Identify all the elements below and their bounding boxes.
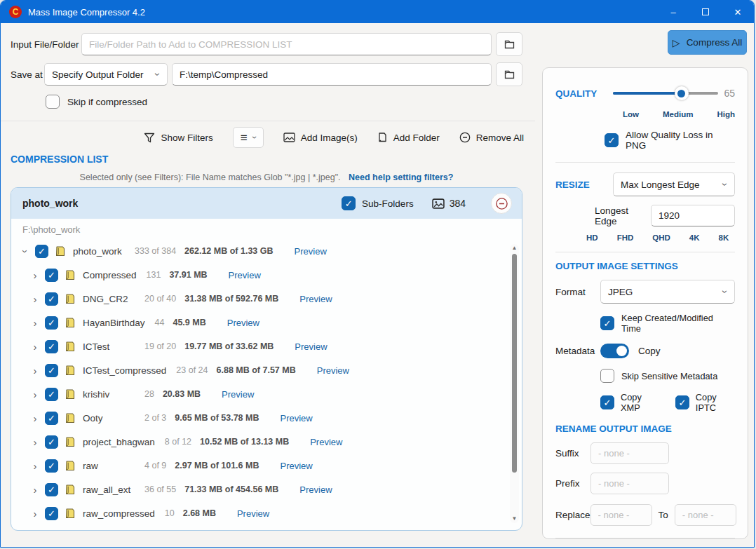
settings-panel: QUALITY 65 Low Medium High ✓ Allow Quali… xyxy=(542,67,748,539)
folder-name[interactable]: raw_compressed xyxy=(83,508,155,519)
longest-edge-field[interactable] xyxy=(651,205,735,226)
maximize-button[interactable] xyxy=(689,1,722,23)
app-window: C Mass Image Compressor 4.2 – ✕ Input Fi… xyxy=(0,0,755,548)
row-checkbox[interactable]: ✓ xyxy=(45,316,58,330)
chevron-icon[interactable]: › xyxy=(29,294,41,304)
preview-link[interactable]: Preview xyxy=(299,294,332,304)
row-checkbox[interactable]: ✓ xyxy=(45,435,58,449)
add-folder-button[interactable]: Add Folder xyxy=(377,132,440,143)
keep-time-checkbox[interactable]: ✓ xyxy=(600,316,614,330)
folder-name[interactable]: photo_work xyxy=(73,246,125,257)
preview-link[interactable]: Preview xyxy=(222,389,254,400)
chevron-icon[interactable]: › xyxy=(29,437,41,447)
compress-all-button[interactable]: ▷ Compress All xyxy=(668,30,747,55)
folder-name[interactable]: project_bhagwan xyxy=(83,437,155,447)
browse-output-button[interactable] xyxy=(496,62,522,86)
folder-name[interactable]: ICTest_compressed xyxy=(83,365,166,376)
output-folder-dropdown[interactable]: Specify Output Folder › xyxy=(44,63,168,86)
resize-preset-4k[interactable]: 4K xyxy=(689,233,700,242)
skip-sensitive-checkbox[interactable] xyxy=(600,369,614,383)
remove-all-button[interactable]: Remove All xyxy=(459,132,524,143)
folder-name[interactable]: HayanBirthday xyxy=(83,318,145,328)
row-checkbox[interactable]: ✓ xyxy=(45,507,58,520)
quality-preset-medium[interactable]: Medium xyxy=(663,110,693,118)
copy-xmp-checkbox[interactable]: ✓ xyxy=(600,395,614,409)
output-settings-heading: OUTPUT IMAGE SETTINGS xyxy=(555,261,735,271)
scroll-down-icon[interactable]: ▼ xyxy=(512,515,518,523)
chevron-icon[interactable]: › xyxy=(29,484,41,495)
copy-iptc-checkbox[interactable]: ✓ xyxy=(675,395,689,409)
quality-slider[interactable] xyxy=(613,86,718,100)
preview-link[interactable]: Preview xyxy=(310,437,342,447)
row-checkbox[interactable]: ✓ xyxy=(45,292,58,306)
quality-preset-high[interactable]: High xyxy=(717,110,735,118)
close-button[interactable]: ✕ xyxy=(722,1,754,23)
scrollbar-thumb[interactable] xyxy=(512,254,517,473)
row-checkbox[interactable]: ✓ xyxy=(45,364,58,377)
row-checkbox[interactable]: ✓ xyxy=(45,340,58,353)
folder-name[interactable]: ICTest xyxy=(83,341,135,352)
prefix-field[interactable] xyxy=(590,473,669,494)
remove-group-button[interactable] xyxy=(491,193,512,214)
preview-link[interactable]: Preview xyxy=(317,365,349,376)
minimize-button[interactable]: – xyxy=(657,1,689,23)
quality-preset-low[interactable]: Low xyxy=(623,110,639,118)
scroll-up-icon[interactable]: ▲ xyxy=(512,244,518,252)
preview-link[interactable]: Preview xyxy=(295,246,327,257)
preview-link[interactable]: Preview xyxy=(295,341,327,352)
chevron-icon[interactable]: › xyxy=(29,508,41,519)
resize-preset-fhd[interactable]: FHD xyxy=(617,233,634,242)
list-menu-button[interactable]: ≡ › xyxy=(233,127,264,148)
row-checkbox[interactable]: ✓ xyxy=(45,483,58,496)
metadata-toggle[interactable] xyxy=(600,344,629,358)
preview-link[interactable]: Preview xyxy=(229,270,261,280)
chevron-icon[interactable]: › xyxy=(29,365,41,376)
replace-to-field[interactable] xyxy=(675,504,736,526)
row-checkbox[interactable]: ✓ xyxy=(45,412,58,425)
folder-name[interactable]: DNG_CR2 xyxy=(83,294,135,304)
suffix-field[interactable] xyxy=(590,442,669,464)
row-checkbox[interactable]: ✓ xyxy=(45,388,58,401)
show-filters-button[interactable]: Show Filters xyxy=(144,133,212,143)
resize-preset-hd[interactable]: HD xyxy=(586,233,598,242)
row-checkbox[interactable]: ✓ xyxy=(45,269,58,282)
replace-from-field[interactable] xyxy=(590,504,652,526)
file-size: 37.91 MB xyxy=(169,270,207,280)
folder-name[interactable]: krishiv xyxy=(83,389,135,400)
output-path-field[interactable] xyxy=(172,63,492,86)
chevron-icon[interactable]: › xyxy=(29,413,41,423)
filter-help-link[interactable]: Need help setting filters? xyxy=(349,172,453,182)
png-quality-loss-checkbox[interactable]: ✓ xyxy=(605,133,619,147)
preview-link[interactable]: Preview xyxy=(237,508,269,519)
folder-name[interactable]: raw_all_ext xyxy=(83,484,135,495)
skip-if-compressed-checkbox[interactable] xyxy=(46,95,60,109)
folder-name[interactable]: Ooty xyxy=(83,413,135,423)
preview-link[interactable]: Preview xyxy=(227,318,259,328)
slider-thumb[interactable] xyxy=(675,86,689,100)
quality-heading: QUALITY xyxy=(555,88,613,99)
resize-mode-dropdown[interactable]: Max Longest Edge › xyxy=(613,172,735,196)
chevron-icon[interactable]: › xyxy=(29,341,41,352)
folder-name[interactable]: raw xyxy=(83,461,135,471)
format-dropdown[interactable]: JPEG › xyxy=(600,280,735,304)
resize-preset-8k[interactable]: 8K xyxy=(719,233,729,242)
subfolders-checkbox[interactable]: ✓ xyxy=(342,196,356,210)
input-path-field[interactable] xyxy=(81,33,492,55)
chevron-icon[interactable]: › xyxy=(29,318,41,328)
chevron-icon[interactable]: › xyxy=(29,389,41,400)
add-images-button[interactable]: Add Image(s) xyxy=(283,133,358,143)
tree-scrollbar[interactable]: ▲ ▼ xyxy=(510,244,519,523)
chevron-icon[interactable]: › xyxy=(20,245,31,257)
preview-link[interactable]: Preview xyxy=(280,413,312,423)
chevron-icon[interactable]: › xyxy=(29,270,41,280)
preview-link[interactable]: Preview xyxy=(280,461,312,471)
resize-preset-qhd[interactable]: QHD xyxy=(652,233,670,242)
chevron-icon[interactable]: › xyxy=(29,461,41,471)
folder-name[interactable]: Compressed xyxy=(83,270,137,280)
section-divider xyxy=(1,121,535,121)
row-checkbox[interactable]: ✓ xyxy=(45,459,58,473)
preview-link[interactable]: Preview xyxy=(299,484,332,495)
browse-input-button[interactable] xyxy=(496,32,522,56)
compression-group-panel: photo_work ✓ Sub-Folders 384 xyxy=(11,187,522,531)
row-checkbox[interactable]: ✓ xyxy=(35,245,48,258)
